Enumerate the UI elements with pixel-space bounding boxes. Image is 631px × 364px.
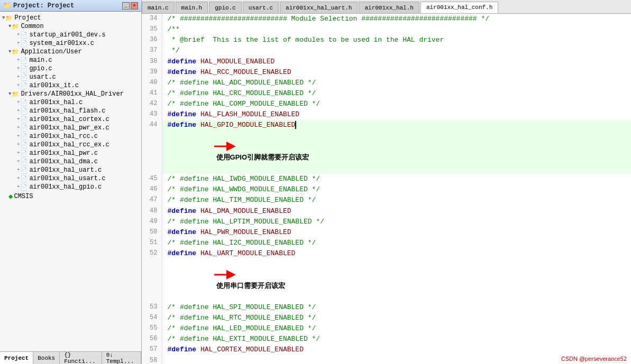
project-icon: 📁 (3, 2, 11, 10)
tree-item-hal-rcc-ex[interactable]: + 📄 air001xx_hal_rcc_ex.c (0, 141, 141, 149)
line-code[interactable]: #define HAL_DMA_MODULE_ENABLED (162, 206, 631, 217)
line-number: 57 (142, 344, 162, 355)
tree-item-cmsis[interactable]: ◆ CMSIS (0, 191, 141, 201)
file-icon: 📄 (20, 142, 28, 148)
tree-item-usart-c[interactable]: + 📄 usart.c (0, 73, 141, 81)
tree-item-hal-rcc[interactable]: + 📄 air001xx_hal_rcc.c (0, 132, 141, 141)
line-code[interactable]: /* #define HAL_EXTI_MODULE_ENABLED */ (162, 334, 631, 344)
line-number: 45 (142, 174, 162, 184)
line-code[interactable]: */ (162, 45, 631, 56)
tree-label: Common (21, 23, 43, 30)
tree-item-appuser[interactable]: ▼ 📁 Application/User (0, 48, 141, 56)
tree-item-hal-pwr[interactable]: + 📄 air001xx_hal_pwr.c (0, 149, 141, 157)
line-code[interactable]: #define HAL_FLASH_MODULE_ENABLED (162, 109, 631, 120)
tree-item-system[interactable]: + 📄 system_air001xx.c (0, 39, 141, 48)
table-row: 43#define HAL_FLASH_MODULE_ENABLED (142, 109, 631, 120)
minimize-button[interactable]: _ (122, 2, 130, 10)
line-code[interactable]: #define HAL_MODULE_ENABLED (162, 57, 631, 67)
tree-label: CMSIS (14, 193, 33, 200)
table-row: 55/* #define HAL_LED_MODULE_ENABLED */ (142, 323, 631, 334)
line-code[interactable]: #define HAL_UART_MODULE_ENABLED 使用串口需要开启… (162, 248, 631, 302)
tree-item-startup[interactable]: + 📄 startup_air001_dev.s (0, 31, 141, 39)
close-button[interactable]: × (131, 2, 138, 10)
tree-label: air001xx_it.c (29, 82, 79, 89)
expand-icon: + (17, 159, 20, 164)
line-code[interactable]: /* #define HAL_COMP_MODULE_ENABLED */ (162, 99, 631, 109)
line-code[interactable]: #define HAL_PWR_MODULE_ENABLED (162, 227, 631, 238)
tree-item-hal-pwr-ex[interactable]: + 📄 air001xx_hal_pwr_ex.c (0, 124, 141, 132)
line-code[interactable]: /* #define HAL_WWDG_MODULE_ENABLED */ (162, 184, 631, 195)
code-table: 34/* ########################## Module S… (142, 14, 631, 364)
bottom-tab-bar: Project Books {} Functi... 0↓ Templ... (0, 351, 141, 364)
line-code[interactable]: #define HAL_CORTEX_MODULE_ENABLED (162, 344, 631, 355)
expand-icon: + (17, 58, 20, 63)
table-row: 41/* #define HAL_CRC_MODULE_ENABLED */ (142, 88, 631, 99)
tree-item-hal-uart[interactable]: + 📄 air001xx_hal_uart.c (0, 166, 141, 174)
tab-label: main.h (181, 5, 203, 11)
line-code[interactable]: #define HAL_GPIO_MODULE_ENABLED 使用GPIO引脚… (162, 120, 631, 174)
tree-item-drivers[interactable]: ▼ 📁 Drivers/AIR001xx_HAL_Driver (0, 90, 141, 98)
tab-project[interactable]: Project (0, 352, 33, 364)
tab-books[interactable]: Books (33, 352, 60, 364)
file-icon: 📄 (20, 175, 28, 182)
line-code[interactable]: /* #define HAL_RTC_MODULE_ENABLED */ (162, 313, 631, 323)
line-number: 38 (142, 57, 162, 67)
tab-hal-h[interactable]: air001xx_hal.h (359, 2, 419, 13)
line-code[interactable] (162, 356, 631, 365)
editor-tab-bar: main.c main.h gpio.c usart.c air001xx_ha… (142, 0, 631, 14)
expand-icon: + (17, 142, 20, 147)
tree-label: air001xx_hal_rcc.c (29, 133, 98, 140)
project-title-bar: 📁 Project: Project _ × (0, 0, 141, 12)
tab-main-h[interactable]: main.h (176, 2, 208, 13)
tree-item-hal[interactable]: + 📄 air001xx_hal.c (0, 98, 141, 107)
line-code[interactable]: /* ########################## Module Sel… (162, 14, 631, 24)
line-number: 40 (142, 78, 162, 88)
expand-icon: + (17, 41, 20, 46)
expand-icon: + (17, 32, 20, 38)
tree-item-gpio-c[interactable]: + 📄 gpio.c (0, 64, 141, 73)
tree-item-hal-flash[interactable]: + 📄 air001xx_hal_flash.c (0, 107, 141, 115)
tab-templ[interactable]: 0↓ Templ... (102, 352, 141, 364)
line-code[interactable]: /* #define HAL_TIM_MODULE_ENABLED */ (162, 195, 631, 206)
line-code[interactable]: /** (162, 24, 631, 35)
tab-usart-c[interactable]: usart.c (243, 2, 279, 13)
line-code[interactable]: /* #define HAL_SPI_MODULE_ENABLED */ (162, 302, 631, 313)
tab-label: gpio.c (215, 5, 236, 11)
tree-item-hal-dma[interactable]: + 📄 air001xx_hal_dma.c (0, 157, 141, 166)
line-code[interactable]: /* #define HAL_IWDG_MODULE_ENABLED */ (162, 174, 631, 184)
line-code[interactable]: /* #define HAL_I2C_MODULE_ENABLED */ (162, 238, 631, 248)
line-code[interactable]: * @brief This is the list of modules to … (162, 35, 631, 45)
line-number: 41 (142, 88, 162, 99)
tree-label: air001xx_hal_pwr_ex.c (29, 124, 109, 132)
file-icon: 📄 (20, 32, 28, 39)
expand-icon: + (17, 134, 20, 139)
line-number: 43 (142, 109, 162, 120)
folder-icon: 📁 (12, 49, 19, 55)
tree-item-air-it[interactable]: + 📄 air001xx_it.c (0, 81, 141, 90)
line-number: 48 (142, 206, 162, 217)
tab-main-c[interactable]: main.c (142, 2, 175, 13)
line-number: 47 (142, 195, 162, 206)
tree-item-hal-gpio[interactable]: + 📄 air001xx_hal_gpio.c (0, 183, 141, 191)
line-code[interactable]: /* #define HAL_ADC_MODULE_ENABLED */ (162, 78, 631, 88)
tree-item-hal-cortex[interactable]: + 📄 air001xx_hal_cortex.c (0, 115, 141, 124)
line-code[interactable]: /* #define HAL_CRC_MODULE_ENABLED */ (162, 88, 631, 99)
line-code[interactable]: /* #define HAL_LPTIM_MODULE_ENABLED */ (162, 217, 631, 227)
code-editor[interactable]: CSDN @perseverance52 34/* ##############… (142, 14, 631, 364)
line-code[interactable]: #define HAL_RCC_MODULE_ENABLED (162, 67, 631, 78)
file-icon: 📄 (20, 82, 28, 89)
tab-hal-conf-h[interactable]: air001xx_hal_conf.h (420, 2, 498, 13)
tree-item-hal-usart[interactable]: + 📄 air001xx_hal_usart.c (0, 174, 141, 183)
tree-item-project[interactable]: ▼ 📁 Project (0, 14, 141, 22)
tab-functi[interactable]: {} Functi... (60, 352, 102, 364)
tree-item-common[interactable]: ▼ 📁 Common (0, 22, 141, 31)
line-code[interactable]: /* #define HAL_LED_MODULE_ENABLED */ (162, 323, 631, 334)
tree-label: air001xx_hal_rcc_ex.c (29, 141, 109, 148)
expand-icon: + (17, 117, 20, 122)
file-icon: 📄 (20, 184, 28, 191)
tab-gpio-c[interactable]: gpio.c (209, 2, 242, 13)
table-row: 37 */ (142, 45, 631, 56)
tab-hal-uart-h[interactable]: air001xx_hal_uart.h (280, 2, 358, 13)
tree-item-main-c[interactable]: + 📄 main.c (0, 56, 141, 64)
table-row: 48#define HAL_DMA_MODULE_ENABLED (142, 206, 631, 217)
